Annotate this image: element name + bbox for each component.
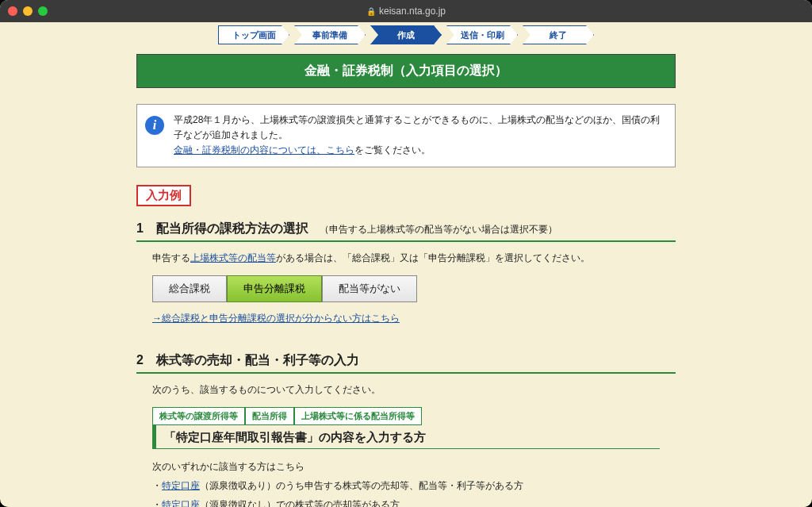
section1-title-text: 配当所得の課税方法の選択 bbox=[156, 221, 308, 237]
section1-title: 1 配当所得の課税方法の選択 （申告する上場株式等の配当等がない場合は選択不要） bbox=[136, 217, 676, 242]
section2-intro: 次のうち、該当するものについて入力してください。 bbox=[152, 382, 660, 398]
nav-tab-create[interactable]: 作成 bbox=[370, 25, 442, 44]
lock-icon: 🔒 bbox=[366, 7, 376, 16]
list-item: 特定口座（源泉徴収あり）のうち申告する株式等の売却等、配当等・利子等がある方 bbox=[152, 476, 660, 495]
section1-num: 1 bbox=[136, 221, 144, 236]
nav-tab-top[interactable]: トップ画面 bbox=[218, 25, 289, 44]
maximize-window-button[interactable] bbox=[38, 6, 48, 16]
url-text: keisan.nta.go.jp bbox=[379, 6, 446, 17]
subsection-title: 「特定口座年間取引報告書」の内容を入力する方 bbox=[152, 425, 660, 449]
section2-title: 2 株式等の売却・配当・利子等の入力 bbox=[136, 349, 676, 374]
section1-help: →総合課税と申告分離課税の選択が分からない方はこちら bbox=[152, 312, 660, 325]
list-area: 次のいずれかに該当する方はこちら 特定口座（源泉徴収あり）のうち申告する株式等の… bbox=[152, 457, 660, 507]
page-title: 金融・証券税制（入力項目の選択） bbox=[136, 54, 676, 88]
close-window-button[interactable] bbox=[8, 6, 17, 16]
category-tabs: 株式等の譲渡所得等 配当所得 上場株式等に係る配当所得等 bbox=[152, 407, 676, 425]
tokutei-link-1[interactable]: 特定口座 bbox=[162, 480, 200, 491]
nav-tab-send[interactable]: 送信・印刷 bbox=[446, 25, 518, 44]
tax-help-link[interactable]: →総合課税と申告分離課税の選択が分からない方はこちら bbox=[152, 313, 400, 324]
choice-sogo[interactable]: 総合課税 bbox=[152, 275, 227, 302]
browser-window: 🔒 keisan.nta.go.jp トップ画面 事前準備 作成 送信・印刷 終… bbox=[0, 0, 812, 507]
step-nav: トップ画面 事前準備 作成 送信・印刷 終了 bbox=[136, 22, 676, 51]
info-text-tail: をご覧ください。 bbox=[354, 144, 431, 156]
cat-tab-listed[interactable]: 上場株式等に係る配当所得等 bbox=[294, 407, 422, 425]
dividend-link[interactable]: 上場株式等の配当等 bbox=[190, 252, 276, 263]
info-text: 平成28年１月から、上場株式等の譲渡損失と通算することができるものに、上場株式の… bbox=[174, 114, 660, 140]
input-example-badge: 入力例 bbox=[136, 185, 191, 206]
cat-tab-dividend[interactable]: 配当所得 bbox=[245, 407, 294, 425]
tokutei-link-2[interactable]: 特定口座 bbox=[162, 499, 200, 507]
info-link[interactable]: 金融・証券税制の内容については、こちら bbox=[174, 144, 354, 156]
tax-method-choices: 総合課税 申告分離課税 配当等がない bbox=[152, 275, 660, 302]
titlebar: 🔒 keisan.nta.go.jp bbox=[0, 0, 812, 22]
info-icon: i bbox=[145, 116, 164, 135]
minimize-window-button[interactable] bbox=[23, 6, 33, 16]
section2-title-text: 株式等の売却・配当・利子等の入力 bbox=[156, 352, 359, 369]
section2-num: 2 bbox=[136, 353, 144, 367]
list-item: 特定口座（源泉徴収なし）での株式等の売却等がある方 bbox=[152, 495, 660, 507]
list-intro: 次のいずれかに該当する方はこちら bbox=[152, 457, 660, 476]
page-content: トップ画面 事前準備 作成 送信・印刷 終了 金融・証券税制（入力項目の選択） … bbox=[136, 22, 676, 507]
choice-bunri[interactable]: 申告分離課税 bbox=[227, 275, 322, 302]
section1-note: （申告する上場株式等の配当等がない場合は選択不要） bbox=[320, 223, 557, 236]
cat-tab-transfer[interactable]: 株式等の譲渡所得等 bbox=[152, 407, 245, 425]
nav-tab-prep[interactable]: 事前準備 bbox=[294, 25, 366, 44]
traffic-lights bbox=[8, 6, 48, 16]
section1-body: 申告する上場株式等の配当等がある場合は、「総合課税」又は「申告分離課税」を選択し… bbox=[152, 250, 660, 266]
choice-none[interactable]: 配当等がない bbox=[322, 275, 417, 302]
address-bar[interactable]: 🔒 keisan.nta.go.jp bbox=[366, 6, 446, 17]
info-box: i 平成28年１月から、上場株式等の譲渡損失と通算することができるものに、上場株… bbox=[136, 104, 676, 167]
nav-tab-end[interactable]: 終了 bbox=[523, 25, 594, 44]
